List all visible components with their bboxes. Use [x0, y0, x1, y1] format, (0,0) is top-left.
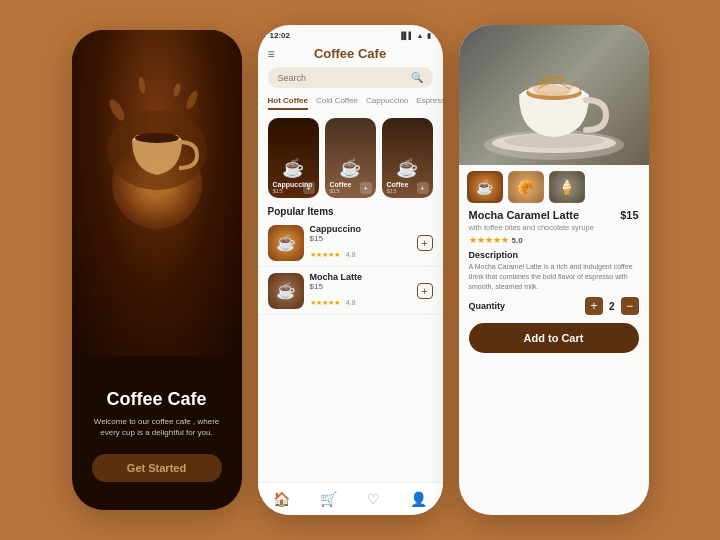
description-text: A Mocha Caramel Latte is a rich and indu…	[469, 262, 639, 291]
item-stars-mocha: ★★★★★	[310, 299, 340, 306]
product-subtitle: with toffee bites and chocolate syrupe	[469, 223, 639, 232]
app-header: ≡ Coffee Cafe	[258, 42, 443, 63]
signal-icon: ▐▌▌	[399, 32, 414, 39]
search-bar: 🔍	[268, 67, 433, 88]
status-time: 12:02	[270, 31, 290, 40]
svg-point-1	[106, 97, 127, 123]
tab-cappuccino[interactable]: Cappuccino	[366, 96, 408, 110]
cup-icon-1: ☕	[273, 157, 314, 179]
popular-item-2: ☕ Mocha Latte $15 ★★★★★ 4.8 +	[258, 267, 443, 315]
hamburger-menu-icon[interactable]: ≡	[268, 47, 275, 61]
quantity-controls: + 2 −	[585, 297, 639, 315]
get-started-button[interactable]: Get Started	[92, 454, 222, 482]
battery-icon: ▮	[427, 32, 431, 40]
quantity-value: 2	[609, 301, 615, 312]
add-card-3-button[interactable]: +	[417, 182, 429, 194]
add-card-1-button[interactable]: +	[303, 182, 315, 194]
splash-image	[72, 30, 242, 356]
quantity-row: Quantity + 2 −	[469, 297, 639, 315]
product-detail-body: Mocha Caramel Latte $15 with toffee bite…	[459, 209, 649, 515]
app-title: Coffee Cafe	[314, 46, 386, 61]
product-name: Mocha Caramel Latte	[469, 209, 580, 221]
add-to-cart-button[interactable]: Add to Cart	[469, 323, 639, 353]
bottom-navigation: 🏠 🛒 ♡ 👤	[258, 482, 443, 515]
popular-item-1: ☕ Cappuccino $15 ★★★★★ 4.8 +	[258, 219, 443, 267]
search-input[interactable]	[278, 73, 407, 83]
phone-splash: Coffee Cafe Welcome to our coffee cafe ,…	[72, 30, 242, 510]
popular-section-title: Popular Items	[258, 202, 443, 219]
nav-cart-icon[interactable]: 🛒	[320, 491, 337, 507]
splash-text: Coffee Cafe Welcome to our coffee cafe ,…	[72, 389, 242, 438]
add-card-2-button[interactable]: +	[360, 182, 372, 194]
cup-icon-2: ☕	[330, 157, 371, 179]
nav-favorites-icon[interactable]: ♡	[367, 491, 380, 507]
thumbnail-2[interactable]: 🥐	[508, 171, 544, 203]
item-price-cappuccino: $15	[310, 234, 411, 243]
cup-icon-3: ☕	[387, 157, 428, 179]
item-image-mocha: ☕	[268, 273, 304, 309]
tab-cold-coffee[interactable]: Cold Coffee	[316, 96, 358, 110]
splash-subtitle: Welcome to our coffee cafe , where every…	[72, 416, 242, 438]
status-icons: ▐▌▌ ▲ ▮	[399, 32, 431, 40]
item-info-mocha: Mocha Latte $15 ★★★★★ 4.8	[310, 272, 411, 309]
item-name-mocha: Mocha Latte	[310, 272, 411, 282]
product-title-row: Mocha Caramel Latte $15	[469, 209, 639, 221]
nav-home-icon[interactable]: 🏠	[273, 491, 290, 507]
item-info-cappuccino: Cappuccino $15 ★★★★★ 4.8	[310, 224, 411, 261]
product-hero-image	[459, 25, 649, 165]
quantity-label: Quantity	[469, 301, 506, 311]
phone-detail: ☕ 🥐 🍦 Mocha Caramel Latte $15 with toffe…	[459, 25, 649, 515]
product-thumbnails: ☕ 🥐 🍦	[459, 165, 649, 209]
status-bar: 12:02 ▐▌▌ ▲ ▮	[258, 25, 443, 42]
description-title: Description	[469, 250, 639, 260]
item-image-cappuccino: ☕	[268, 225, 304, 261]
featured-cards: ☕ Cappuccino $15 + ☕ Coffee $15 + ☕ Coff…	[258, 114, 443, 202]
product-stars: ★★★★★	[469, 235, 509, 245]
product-price: $15	[620, 209, 638, 221]
svg-point-2	[184, 89, 200, 111]
quantity-plus-button[interactable]: +	[585, 297, 603, 315]
tab-espresso[interactable]: Espresso	[416, 96, 442, 110]
nav-profile-icon[interactable]: 👤	[410, 491, 427, 507]
category-tabs: Hot Coffee Cold Coffee Cappuccino Espres…	[258, 92, 443, 114]
phone-menu: 12:02 ▐▌▌ ▲ ▮ ≡ Coffee Cafe 🔍 Hot Coffee…	[258, 25, 443, 515]
thumbnail-3[interactable]: 🍦	[549, 171, 585, 203]
item-name-cappuccino: Cappuccino	[310, 224, 411, 234]
tab-hot-coffee[interactable]: Hot Coffee	[268, 96, 308, 110]
latte-illustration	[464, 25, 644, 165]
featured-card-1: ☕ Cappuccino $15 +	[268, 118, 319, 198]
svg-point-3	[137, 77, 146, 94]
featured-card-3: ☕ Coffee $15 +	[382, 118, 433, 198]
item-price-mocha: $15	[310, 282, 411, 291]
search-icon[interactable]: 🔍	[411, 72, 423, 83]
add-cappuccino-button[interactable]: +	[417, 235, 433, 251]
item-rating-cappuccino: 4.8	[346, 251, 356, 258]
add-mocha-button[interactable]: +	[417, 283, 433, 299]
thumbnail-1[interactable]: ☕	[467, 171, 503, 203]
splash-title: Coffee Cafe	[72, 389, 242, 410]
item-stars-cappuccino: ★★★★★	[310, 251, 340, 258]
item-rating-mocha: 4.8	[346, 299, 356, 306]
svg-point-4	[172, 82, 181, 97]
featured-card-2: ☕ Coffee $15 +	[325, 118, 376, 198]
product-rating-row: ★★★★★ 5.0	[469, 235, 639, 245]
product-rating-number: 5.0	[512, 236, 523, 245]
coffee-cup-illustration	[97, 60, 217, 210]
svg-point-5	[135, 133, 179, 143]
quantity-minus-button[interactable]: −	[621, 297, 639, 315]
wifi-icon: ▲	[417, 32, 424, 39]
